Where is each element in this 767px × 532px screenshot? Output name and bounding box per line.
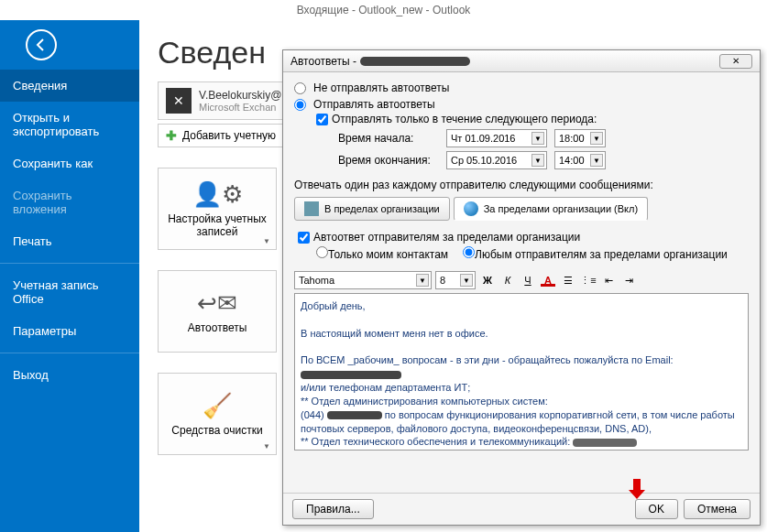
end-time-combo[interactable]: 14:00▼	[554, 151, 606, 169]
user-gear-icon: 👤⚙	[192, 180, 243, 209]
tab-outside-org[interactable]: За пределами организации (Вкл)	[454, 197, 648, 221]
autoreply-dialog: Автоответы - ✕ Не отправлять автоответы …	[282, 49, 761, 526]
plus-icon: ✚	[166, 128, 177, 143]
start-label: Время начала:	[338, 132, 439, 145]
account-name: V.Beelokurskiy@	[199, 89, 281, 102]
redacted	[301, 371, 401, 379]
exchange-icon: ✕	[166, 88, 192, 114]
end-label: Время окончания:	[338, 154, 439, 167]
numbers-button[interactable]: ⋮≡	[580, 272, 597, 288]
radio-off[interactable]: Не отправлять автоответы	[294, 81, 749, 94]
window-title: Входящие - Outlook_new - Outlook	[0, 0, 767, 20]
outdent-button[interactable]: ⇤	[600, 272, 617, 288]
sidebar-item-info[interactable]: Сведения	[0, 70, 139, 102]
account-type: Microsoft Exchan	[199, 102, 281, 113]
broom-icon: 🧹	[203, 392, 232, 420]
start-date-combo[interactable]: Чт 01.09.2016▼	[446, 129, 547, 147]
radio-any[interactable]: Любым отправителям за пределами организа…	[463, 246, 728, 261]
outside-checkbox[interactable]: Автоответ отправителям за пределами орга…	[298, 231, 749, 244]
chevron-down-icon: ▼	[263, 442, 270, 451]
end-date-combo[interactable]: Ср 05.10.2016▼	[446, 151, 547, 169]
back-button[interactable]	[26, 29, 57, 60]
italic-button[interactable]: К	[499, 272, 516, 288]
sidebar-item-office[interactable]: Учетная запись Office	[0, 269, 139, 315]
chevron-down-icon: ▼	[531, 154, 544, 167]
dialog-title: Автоответы -	[290, 55, 356, 68]
org-icon	[304, 201, 319, 216]
sidebar-item-saveattach[interactable]: Сохранить вложения	[0, 179, 139, 225]
sidebar-item-print[interactable]: Печать	[0, 225, 139, 257]
add-account-label: Добавить учетную	[182, 129, 276, 142]
chevron-down-icon: ▼	[590, 132, 603, 145]
tab-inside-org[interactable]: В пределах организации	[294, 197, 450, 221]
chevron-down-icon: ▼	[531, 132, 544, 145]
sidebar: Сведения Открыть и экспортировать Сохран…	[0, 20, 139, 532]
sidebar-item-saveas[interactable]: Сохранить как	[0, 147, 139, 179]
autoreply-icon: ↩✉	[197, 289, 237, 318]
ok-button[interactable]: OK	[635, 499, 678, 519]
reply-label: Отвечать один раз каждому отправителю сл…	[294, 179, 749, 191]
tile-label: Автоответы	[188, 321, 247, 334]
size-combo[interactable]: 8▼	[435, 271, 476, 289]
redacted	[573, 439, 637, 447]
arrow-left-icon	[34, 38, 49, 52]
chevron-down-icon: ▼	[263, 237, 270, 245]
font-color-button[interactable]: A	[540, 272, 556, 288]
indent-button[interactable]: ⇥	[620, 272, 637, 288]
separator	[0, 263, 139, 264]
font-combo[interactable]: Tahoma▼	[294, 271, 432, 289]
message-editor[interactable]: Добрый день, В настоящий момент меня нет…	[294, 293, 749, 451]
radio-contacts[interactable]: Только моим контактам	[316, 246, 448, 261]
sidebar-item-exit[interactable]: Выход	[0, 359, 139, 391]
redacted	[327, 411, 382, 419]
rules-button[interactable]: Правила...	[292, 499, 374, 519]
separator	[0, 353, 139, 353]
tile-label: Средства очистки	[171, 424, 262, 437]
tile-label: Настройка учетных записей	[159, 212, 276, 238]
cancel-button[interactable]: Отмена	[684, 499, 751, 519]
radio-on[interactable]: Отправлять автоответы	[294, 98, 749, 111]
bullets-button[interactable]: ☰	[560, 272, 576, 288]
tile-cleanup[interactable]: 🧹 Средства очистки ▼	[158, 373, 277, 455]
underline-button[interactable]: Ч	[520, 272, 536, 288]
chevron-down-icon: ▼	[416, 274, 429, 287]
sidebar-item-open[interactable]: Открыть и экспортировать	[0, 102, 139, 147]
tile-account-settings[interactable]: 👤⚙ Настройка учетных записей ▼	[158, 168, 277, 250]
close-button[interactable]: ✕	[719, 54, 752, 69]
format-toolbar: Tahoma▼ 8▼ Ж К Ч A ☰ ⋮≡ ⇤ ⇥	[294, 271, 749, 289]
tile-autoreply[interactable]: ↩✉ Автоответы	[158, 270, 277, 353]
annotation-arrow-icon	[629, 479, 645, 499]
sidebar-item-params[interactable]: Параметры	[0, 315, 139, 347]
chevron-down-icon: ▼	[460, 274, 473, 287]
redacted	[360, 57, 470, 66]
start-time-combo[interactable]: 18:00▼	[554, 129, 606, 147]
bold-button[interactable]: Ж	[479, 272, 496, 288]
globe-icon	[464, 201, 478, 216]
dialog-titlebar: Автоответы - ✕	[283, 50, 760, 72]
svg-marker-1	[629, 479, 645, 499]
range-checkbox[interactable]: Отправлять только в течение следующего п…	[316, 113, 749, 125]
chevron-down-icon: ▼	[590, 154, 603, 167]
